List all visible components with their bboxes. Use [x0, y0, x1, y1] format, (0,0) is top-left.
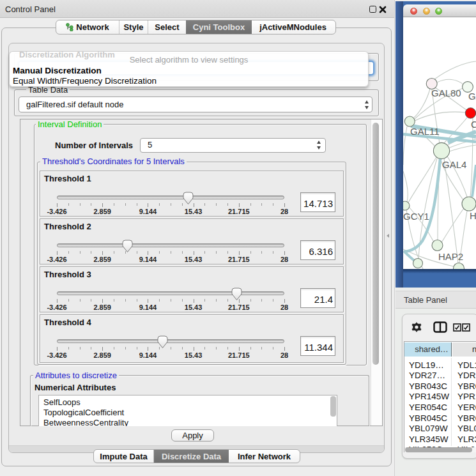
svg-text:GAL4: GAL4 [442, 159, 466, 170]
svg-text:HAP2: HAP2 [438, 251, 463, 262]
svg-text:C: C [471, 119, 476, 130]
svg-text:GAL11: GAL11 [410, 126, 440, 137]
svg-text:GA: GA [468, 91, 476, 102]
svg-text:GCY1: GCY1 [403, 211, 429, 222]
svg-text:GAL80: GAL80 [431, 88, 461, 98]
svg-text:H: H [470, 210, 476, 221]
